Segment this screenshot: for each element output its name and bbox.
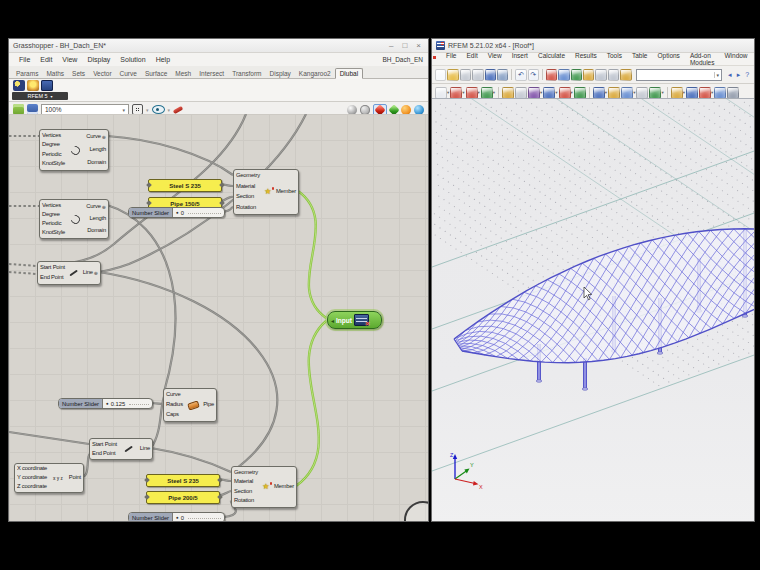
- close-button[interactable]: ×: [416, 42, 421, 50]
- rfem-wizard-icon[interactable]: [13, 80, 25, 91]
- new-node-icon[interactable]: [450, 87, 462, 99]
- view-previous-icon[interactable]: ◂: [726, 71, 734, 79]
- new-member-icon[interactable]: [481, 87, 493, 99]
- menu-item-add-on-modules[interactable]: Add-on Modules: [685, 51, 720, 67]
- menu-item-help[interactable]: Help: [151, 55, 175, 64]
- tab-sets[interactable]: Sets: [68, 69, 89, 78]
- slider-value-area[interactable]: ●0: [173, 208, 224, 217]
- node-rfem-input[interactable]: ◂Input×: [327, 311, 382, 329]
- menu-item-help[interactable]: Help: [753, 51, 755, 67]
- grasshopper-titlebar[interactable]: Grasshopper - BH_Dach_EN* – □ ×: [9, 39, 428, 53]
- slider-grip-icon[interactable]: ●: [176, 210, 179, 215]
- maximize-button[interactable]: □: [402, 42, 407, 50]
- member-load-icon[interactable]: [559, 87, 571, 99]
- zoom-in-icon[interactable]: [714, 87, 726, 99]
- roof-lattice-structure[interactable]: [454, 229, 755, 363]
- slider-track[interactable]: [188, 212, 221, 214]
- slider-radius-slider[interactable]: Number Slider●0.125: [58, 398, 153, 409]
- relay-wire[interactable]: [9, 272, 37, 274]
- new-opening-icon[interactable]: [515, 87, 527, 99]
- menu-item-view[interactable]: View: [57, 55, 82, 64]
- material-blue-ball-icon[interactable]: [414, 105, 424, 115]
- node-construct-point[interactable]: X coordinateY coordinateZ coordinatex y …: [14, 463, 84, 493]
- menu-item-insert[interactable]: Insert: [507, 51, 533, 67]
- tab-maths[interactable]: Maths: [42, 69, 68, 78]
- panel-material-panel-top[interactable]: Steel S 235: [148, 179, 222, 192]
- load-case-icon[interactable]: [543, 87, 555, 99]
- object-search-combobox[interactable]: ▾: [636, 69, 723, 81]
- slider-track[interactable]: [188, 517, 221, 519]
- visibility-icon[interactable]: [686, 87, 698, 99]
- zoom-window-icon[interactable]: [621, 87, 633, 99]
- save-icon[interactable]: [485, 69, 496, 81]
- rfem-export-model-icon[interactable]: [41, 80, 53, 91]
- panel-section-panel-bottom[interactable]: Pipe 200/5: [146, 491, 220, 504]
- tab-curve[interactable]: Curve: [116, 69, 141, 78]
- new-file-icon[interactable]: [435, 69, 446, 81]
- node-pipe-1[interactable]: CurveRadiusCapsPipe: [163, 388, 217, 422]
- wire[interactable]: [107, 136, 233, 175]
- tab-mesh[interactable]: Mesh: [171, 69, 195, 78]
- rfem-3d-viewport[interactable]: ZYX: [432, 98, 755, 522]
- slider-rotation-slider-bottom[interactable]: Number Slider●0: [128, 512, 225, 522]
- display-panel-icon[interactable]: [608, 69, 619, 81]
- undo-icon[interactable]: ↶: [515, 69, 526, 81]
- table-show-icon[interactable]: [595, 69, 606, 81]
- view-direction-icon[interactable]: [593, 87, 605, 99]
- new-support-icon[interactable]: [528, 87, 540, 99]
- open-help-icon[interactable]: ?: [743, 71, 751, 78]
- render-mode-icon[interactable]: [571, 69, 582, 81]
- menu-item-file[interactable]: File: [14, 55, 35, 64]
- zoom-view-icon[interactable]: [558, 69, 569, 81]
- menu-item-tools[interactable]: Tools: [602, 51, 627, 67]
- new-window-icon[interactable]: [583, 69, 594, 81]
- rotate-view-icon[interactable]: [649, 87, 661, 99]
- slider-value-area[interactable]: ●0: [173, 513, 224, 522]
- menu-item-display[interactable]: Display: [82, 55, 115, 64]
- zoom-plus-icon[interactable]: ⊕: [102, 204, 106, 210]
- open-file-icon[interactable]: [447, 69, 458, 81]
- preview-off-sphere-icon[interactable]: [347, 105, 357, 115]
- node-member-2[interactable]: GeometryMaterialSectionRotation★Member: [231, 466, 297, 508]
- tab-dlubal[interactable]: Dlubal: [335, 68, 363, 79]
- selected-wire[interactable]: [298, 191, 326, 318]
- menu-item-solution[interactable]: Solution: [115, 55, 150, 64]
- tab-kangaroo2[interactable]: Kangaroo2: [295, 69, 335, 78]
- renumbering-icon[interactable]: [671, 87, 683, 99]
- minimize-button[interactable]: –: [389, 42, 393, 50]
- slider-track[interactable]: [129, 403, 149, 405]
- grasshopper-canvas[interactable]: VerticesDegreePeriodicKnotStyleCurve⊕Len…: [9, 114, 428, 522]
- menu-item-window[interactable]: Window: [719, 51, 752, 67]
- isometric-view-icon[interactable]: [608, 87, 620, 99]
- menu-item-view[interactable]: View: [483, 51, 507, 67]
- preview-wireframe-sphere-icon[interactable]: [360, 105, 370, 115]
- menu-item-edit[interactable]: Edit: [461, 51, 482, 67]
- redo-icon[interactable]: ↷: [528, 69, 539, 81]
- load-generation-icon[interactable]: [574, 87, 586, 99]
- preview-eye-icon[interactable]: [152, 105, 165, 114]
- tab-intersect[interactable]: Intersect: [195, 69, 228, 78]
- tab-vector[interactable]: Vector: [89, 69, 115, 78]
- wire[interactable]: [107, 205, 175, 392]
- slider-grip-icon[interactable]: ●: [106, 401, 109, 406]
- new-line-icon[interactable]: [466, 87, 478, 99]
- tab-params[interactable]: Params: [12, 69, 42, 78]
- menu-item-options[interactable]: Options: [652, 51, 684, 67]
- view-next-icon[interactable]: ▸: [735, 71, 743, 79]
- node-member-1[interactable]: GeometryMaterialSectionRotation★Member: [233, 169, 299, 215]
- edit-pen-icon[interactable]: [546, 69, 557, 81]
- menu-item-results[interactable]: Results: [570, 51, 602, 67]
- rfem-window[interactable]: RFEM 5.21.02 x64 - [Roof*] FileEditViewI…: [431, 38, 755, 522]
- relay-wire[interactable]: [9, 264, 37, 266]
- select-objects-icon[interactable]: [435, 87, 447, 99]
- slider-rotation-slider-top[interactable]: Number Slider●0: [128, 207, 225, 218]
- project-navigator-icon[interactable]: [620, 69, 631, 81]
- zoom-plus-icon[interactable]: ⊕: [94, 270, 98, 276]
- menu-item-file[interactable]: File: [441, 51, 461, 67]
- panel-material-panel-bottom[interactable]: Steel S 235: [146, 474, 220, 487]
- menu-item-table[interactable]: Table: [627, 51, 653, 67]
- print-icon[interactable]: [460, 69, 471, 81]
- new-surface-icon[interactable]: [502, 87, 514, 99]
- display-settings-icon[interactable]: [727, 87, 739, 99]
- node-nurbs-curve-2[interactable]: VerticesDegreePeriodicKnotStyleCurve⊕Len…: [39, 199, 109, 239]
